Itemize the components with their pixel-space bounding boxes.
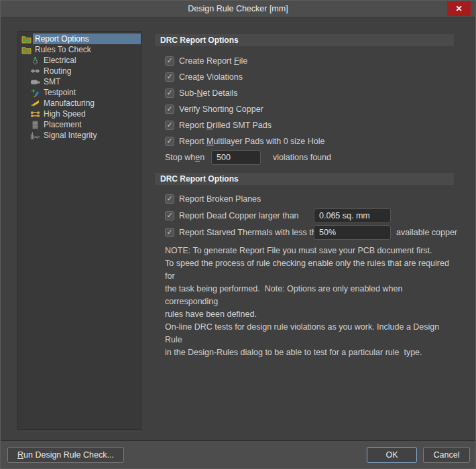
sidebar-item-label: Report Options <box>33 34 141 44</box>
label-text: e Violations <box>200 72 243 82</box>
sidebar-item-label: Electrical <box>42 55 141 66</box>
report-drilled-smt-pads-label: Report Drilled SMT Pads <box>179 121 272 130</box>
label-text: Create Report <box>179 56 234 66</box>
report-multilayer-pads-label: Report Multilayer Pads with 0 size Hole <box>179 137 324 146</box>
sidebar-item-label: Rules To Check <box>33 44 141 55</box>
close-button[interactable]: ✕ <box>447 1 471 16</box>
rules-tree-panel: Report Options Rules To Check Electrical… <box>17 31 141 430</box>
title-bar: Design Rule Checker [mm] ✕ <box>1 1 475 17</box>
row-report-drilled-smt-pads: ✓ Report Drilled SMT Pads <box>155 117 454 133</box>
label-text: rilled SMT Pads <box>213 121 272 130</box>
sidebar-item-electrical[interactable]: Electrical <box>18 55 141 66</box>
section-header-drc-report-options-1: DRC Report Options <box>155 34 454 46</box>
report-multilayer-pads-checkbox[interactable]: ✓ <box>165 137 174 146</box>
sidebar-item-testpoint[interactable]: Testpoint <box>18 87 141 98</box>
sidebar-item-routing[interactable]: Routing <box>18 66 141 76</box>
checkmark-icon: ✓ <box>166 105 172 113</box>
checkmark-icon: ✓ <box>166 228 172 236</box>
verify-shorting-copper-checkbox[interactable]: ✓ <box>165 105 174 114</box>
sidebar-item-rules-to-check[interactable]: Rules To Check <box>18 44 141 55</box>
report-dead-copper-label: Report Dead Copper larger than <box>179 211 299 220</box>
available-copper-label: available copper <box>396 228 457 237</box>
sidebar-item-label: SMT <box>42 76 141 87</box>
button-label: Run Design Rule Check... <box>17 450 114 460</box>
sidebar-item-high-speed[interactable]: High Speed <box>18 109 141 119</box>
label-text: n <box>200 153 204 162</box>
label-text: Verify Shorting Copper <box>179 105 263 114</box>
note-text: NOTE: To generate Report File you must s… <box>155 245 454 359</box>
verify-shorting-copper-label: Verify Shorting Copper <box>179 105 263 114</box>
label-text: Stop wh <box>165 153 195 162</box>
create-violations-checkbox[interactable]: ✓ <box>165 72 174 82</box>
report-options-group-1: ✓ Create Report File ✓ Create Violations… <box>155 53 454 165</box>
note-line: To speed the process of rule checking en… <box>165 257 454 283</box>
report-options-group-2: ✓ Report Broken Planes ✓ Report Dead Cop… <box>155 190 454 241</box>
dead-copper-size-input[interactable] <box>314 208 391 223</box>
violations-found-label: violations found <box>273 153 331 162</box>
smt-icon <box>29 77 41 86</box>
note-line: NOTE: To generate Report File you must s… <box>165 245 454 257</box>
label-text: ultilayer Pads with 0 size Hole <box>213 137 324 146</box>
note-line: the task being performed. Note: Options … <box>165 283 454 308</box>
dialog-title: Design Rule Checker [mm] <box>1 1 475 17</box>
close-icon: ✕ <box>455 4 462 13</box>
stop-when-label: Stop when <box>165 153 204 162</box>
sidebar-item-signal-integrity[interactable]: Signal Integrity <box>18 130 141 141</box>
row-create-report-file: ✓ Create Report File <box>155 53 454 69</box>
sidebar-item-label: Placement <box>42 119 141 130</box>
sidebar-item-label: High Speed <box>42 109 141 119</box>
violations-count-input[interactable] <box>211 150 261 165</box>
label-text: Report <box>179 121 206 130</box>
sidebar-item-placement[interactable]: Placement <box>18 119 141 130</box>
create-report-file-label: Create Report File <box>179 56 247 66</box>
create-report-file-checkbox[interactable]: ✓ <box>165 56 174 66</box>
label-text: Sub- <box>179 88 196 98</box>
report-drilled-smt-pads-checkbox[interactable]: ✓ <box>165 121 174 130</box>
report-broken-planes-label: Report Broken Planes <box>179 194 261 204</box>
checkmark-icon: ✓ <box>166 73 172 80</box>
checkmark-icon: ✓ <box>166 195 172 202</box>
note-line: in the Design-Rules dialog to be able to… <box>165 346 454 359</box>
report-dead-copper-checkbox[interactable]: ✓ <box>165 211 174 220</box>
access-key: R <box>17 450 23 460</box>
button-label: Cancel <box>434 450 460 460</box>
note-line: rules have been defined. <box>165 308 454 321</box>
row-stop-when: Stop when violations found <box>155 149 454 165</box>
section-header-drc-report-options-2: DRC Report Options <box>155 173 454 185</box>
ok-button[interactable]: OK <box>367 447 417 463</box>
sidebar-item-label: Manufacturing <box>42 98 141 109</box>
report-starved-thermals-label: Report Starved Thermals with less than <box>179 228 326 237</box>
checkmark-icon: ✓ <box>166 137 172 145</box>
checkmark-icon: ✓ <box>166 89 172 96</box>
signal-integrity-icon <box>29 131 41 140</box>
sub-net-details-label: Sub-Net Details <box>179 88 238 98</box>
row-create-violations: ✓ Create Violations <box>155 69 454 85</box>
label-text: ile <box>239 56 248 66</box>
row-verify-shorting-copper: ✓ Verify Shorting Copper <box>155 101 454 117</box>
footer-bar: Run Design Rule Check... OK Cancel <box>1 440 475 468</box>
cancel-button[interactable]: Cancel <box>423 447 470 463</box>
routing-icon <box>29 66 41 76</box>
row-report-broken-planes: ✓ Report Broken Planes <box>155 190 454 207</box>
sidebar-item-smt[interactable]: SMT <box>18 76 141 87</box>
button-label: OK <box>385 450 398 460</box>
note-line: On-line DRC tests for design rule violat… <box>165 321 454 346</box>
label-text: Report <box>179 137 206 146</box>
checkmark-icon: ✓ <box>166 57 172 64</box>
report-starved-thermals-checkbox[interactable]: ✓ <box>165 228 174 237</box>
run-design-rule-check-button[interactable]: Run Design Rule Check... <box>7 447 124 463</box>
row-report-dead-copper: ✓ Report Dead Copper larger than <box>155 207 454 224</box>
create-violations-label: Create Violations <box>179 72 243 82</box>
starved-thermals-percent-input[interactable] <box>314 225 391 240</box>
checkmark-icon: ✓ <box>166 121 172 129</box>
sidebar-item-label: Signal Integrity <box>42 130 141 141</box>
sub-net-details-checkbox[interactable]: ✓ <box>165 88 174 98</box>
folder-compare-icon <box>20 45 32 54</box>
row-report-multilayer-pads: ✓ Report Multilayer Pads with 0 size Hol… <box>155 133 454 149</box>
design-rule-checker-dialog: Design Rule Checker [mm] ✕ Report Option… <box>0 0 476 469</box>
report-broken-planes-checkbox[interactable]: ✓ <box>165 194 174 204</box>
sidebar-item-report-options[interactable]: Report Options <box>18 34 141 44</box>
sidebar-item-manufacturing[interactable]: Manufacturing <box>18 98 141 109</box>
label-text: et Details <box>202 88 237 98</box>
high-speed-icon <box>29 109 41 119</box>
